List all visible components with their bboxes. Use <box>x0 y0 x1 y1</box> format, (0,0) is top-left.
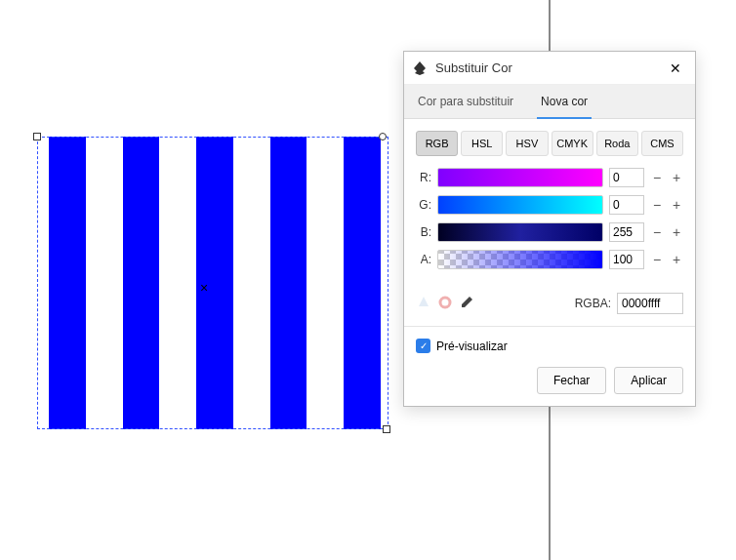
selection-handle-bottom-right[interactable] <box>383 425 390 433</box>
stepper-a-up[interactable]: + <box>670 252 683 267</box>
selection-center-mark: × <box>200 280 208 296</box>
stepper-b-up[interactable]: + <box>670 224 683 240</box>
rgba-label: RGBA: <box>575 297 611 310</box>
input-a[interactable] <box>609 250 644 269</box>
stepper-r-down[interactable]: − <box>650 170 664 185</box>
color-panel: RGB HSL HSV CMYK Roda CMS R: − + G: − + … <box>404 119 695 326</box>
dialog-title: Substituir Cor <box>435 60 664 75</box>
eyedropper-icon[interactable] <box>459 295 474 313</box>
tab-new-color[interactable]: Nova cor <box>527 85 601 118</box>
mode-hsl[interactable]: HSL <box>461 131 503 156</box>
selection-handle-top-left[interactable] <box>33 133 41 140</box>
slider-b[interactable] <box>437 222 603 242</box>
stepper-r-up[interactable]: + <box>670 170 683 185</box>
close-icon[interactable]: ✕ <box>664 60 687 76</box>
rgba-input[interactable] <box>617 293 683 314</box>
label-b: B: <box>416 225 431 239</box>
apply-button[interactable]: Aplicar <box>614 367 683 394</box>
input-g[interactable] <box>609 195 644 215</box>
preview-checkbox[interactable]: ✓ <box>416 339 430 353</box>
replace-color-dialog: Substituir Cor ✕ Cor para substituir Nov… <box>403 51 696 407</box>
stepper-b-down[interactable]: − <box>650 224 664 240</box>
inkscape-icon <box>412 60 428 76</box>
preview-label: Pré-visualizar <box>436 340 508 353</box>
out-of-gamut-icon[interactable] <box>437 295 453 313</box>
label-a: A: <box>416 253 431 266</box>
label-g: G: <box>416 198 431 212</box>
mode-rgb[interactable]: RGB <box>416 131 458 156</box>
input-b[interactable] <box>609 222 644 242</box>
slider-a[interactable] <box>437 250 603 269</box>
svg-point-0 <box>440 298 450 307</box>
slider-g[interactable] <box>437 195 603 215</box>
dialog-titlebar[interactable]: Substituir Cor ✕ <box>404 52 695 85</box>
color-manage-icon[interactable] <box>416 295 431 313</box>
mode-cmyk[interactable]: CMYK <box>552 131 593 156</box>
mode-hsv[interactable]: HSV <box>506 131 548 156</box>
label-r: R: <box>416 171 431 184</box>
mode-cms[interactable]: CMS <box>641 131 683 156</box>
tab-replace-color[interactable]: Cor para substituir <box>404 85 527 118</box>
stepper-a-down[interactable]: − <box>650 252 664 267</box>
color-tabs: Cor para substituir Nova cor <box>404 85 695 119</box>
selection-handle-corner-radius[interactable] <box>379 133 387 140</box>
close-button[interactable]: Fechar <box>537 367 606 394</box>
selection-bounds <box>37 137 388 429</box>
stepper-g-up[interactable]: + <box>670 197 683 213</box>
mode-wheel[interactable]: Roda <box>596 131 638 156</box>
stepper-g-down[interactable]: − <box>650 197 664 213</box>
input-r[interactable] <box>609 168 644 187</box>
slider-r[interactable] <box>437 168 603 187</box>
